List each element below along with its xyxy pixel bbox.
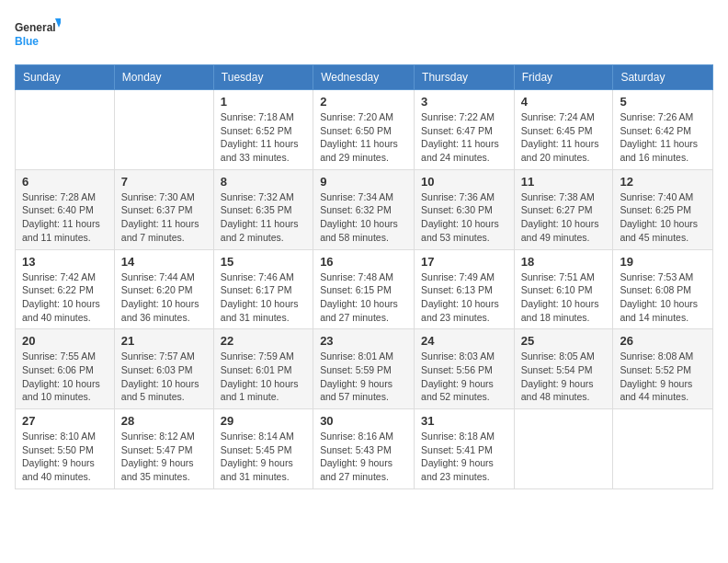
calendar-cell: 23Sunrise: 8:01 AM Sunset: 5:59 PM Dayli… xyxy=(313,329,415,409)
day-number: 11 xyxy=(521,175,607,189)
calendar-cell: 28Sunrise: 8:12 AM Sunset: 5:47 PM Dayli… xyxy=(114,409,213,489)
day-info: Sunrise: 8:03 AM Sunset: 5:56 PM Dayligh… xyxy=(421,350,507,404)
calendar-cell: 16Sunrise: 7:48 AM Sunset: 6:15 PM Dayli… xyxy=(313,249,415,329)
day-info: Sunrise: 7:20 AM Sunset: 6:50 PM Dayligh… xyxy=(320,110,407,165)
day-number: 22 xyxy=(221,334,306,348)
day-number: 2 xyxy=(320,95,407,109)
calendar-cell: 10Sunrise: 7:36 AM Sunset: 6:30 PM Dayli… xyxy=(415,169,515,249)
calendar-cell: 11Sunrise: 7:38 AM Sunset: 6:27 PM Dayli… xyxy=(514,169,613,249)
calendar-week-row: 13Sunrise: 7:42 AM Sunset: 6:22 PM Dayli… xyxy=(16,249,713,329)
day-number: 21 xyxy=(121,334,207,348)
day-info: Sunrise: 7:24 AM Sunset: 6:45 PM Dayligh… xyxy=(521,110,607,165)
day-number: 23 xyxy=(320,334,407,348)
weekday-header: Thursday xyxy=(415,65,515,90)
day-number: 9 xyxy=(320,175,407,189)
weekday-header: Tuesday xyxy=(213,65,313,90)
day-info: Sunrise: 7:55 AM Sunset: 6:06 PM Dayligh… xyxy=(22,350,108,404)
day-number: 26 xyxy=(620,334,706,348)
calendar-cell: 9Sunrise: 7:34 AM Sunset: 6:32 PM Daylig… xyxy=(313,169,415,249)
calendar-week-row: 27Sunrise: 8:10 AM Sunset: 5:50 PM Dayli… xyxy=(16,409,713,489)
day-info: Sunrise: 7:48 AM Sunset: 6:15 PM Dayligh… xyxy=(320,270,407,325)
day-info: Sunrise: 8:05 AM Sunset: 5:54 PM Dayligh… xyxy=(521,350,607,404)
weekday-header: Monday xyxy=(114,65,213,90)
calendar-cell: 6Sunrise: 7:28 AM Sunset: 6:40 PM Daylig… xyxy=(16,169,115,249)
day-number: 25 xyxy=(521,334,607,348)
day-number: 29 xyxy=(221,414,306,428)
day-number: 16 xyxy=(320,255,407,269)
day-info: Sunrise: 7:40 AM Sunset: 6:25 PM Dayligh… xyxy=(620,190,706,245)
day-number: 4 xyxy=(521,95,607,109)
calendar-cell: 27Sunrise: 8:10 AM Sunset: 5:50 PM Dayli… xyxy=(16,409,115,489)
calendar-cell: 20Sunrise: 7:55 AM Sunset: 6:06 PM Dayli… xyxy=(16,329,115,409)
day-number: 7 xyxy=(121,175,207,189)
day-number: 12 xyxy=(620,175,706,189)
calendar-cell xyxy=(613,409,713,489)
calendar-cell: 14Sunrise: 7:44 AM Sunset: 6:20 PM Dayli… xyxy=(114,249,213,329)
calendar-cell: 13Sunrise: 7:42 AM Sunset: 6:22 PM Dayli… xyxy=(16,249,115,329)
calendar-cell: 31Sunrise: 8:18 AM Sunset: 5:41 PM Dayli… xyxy=(415,409,515,489)
calendar-cell: 26Sunrise: 8:08 AM Sunset: 5:52 PM Dayli… xyxy=(613,329,713,409)
calendar-cell: 19Sunrise: 7:53 AM Sunset: 6:08 PM Dayli… xyxy=(613,249,713,329)
day-info: Sunrise: 7:49 AM Sunset: 6:13 PM Dayligh… xyxy=(421,270,507,325)
day-info: Sunrise: 7:46 AM Sunset: 6:17 PM Dayligh… xyxy=(221,270,306,325)
day-info: Sunrise: 8:12 AM Sunset: 5:47 PM Dayligh… xyxy=(121,430,207,484)
day-info: Sunrise: 7:57 AM Sunset: 6:03 PM Dayligh… xyxy=(121,350,207,404)
day-number: 3 xyxy=(421,95,507,109)
day-info: Sunrise: 7:22 AM Sunset: 6:47 PM Dayligh… xyxy=(421,110,507,165)
day-number: 19 xyxy=(620,255,706,269)
calendar-cell: 7Sunrise: 7:30 AM Sunset: 6:37 PM Daylig… xyxy=(114,169,213,249)
day-info: Sunrise: 7:26 AM Sunset: 6:42 PM Dayligh… xyxy=(620,110,706,165)
day-info: Sunrise: 7:53 AM Sunset: 6:08 PM Dayligh… xyxy=(620,270,706,325)
calendar-cell xyxy=(514,409,613,489)
day-info: Sunrise: 7:36 AM Sunset: 6:30 PM Dayligh… xyxy=(421,190,507,245)
day-info: Sunrise: 7:30 AM Sunset: 6:37 PM Dayligh… xyxy=(121,190,207,245)
day-info: Sunrise: 8:14 AM Sunset: 5:45 PM Dayligh… xyxy=(221,430,306,484)
logo: General Blue xyxy=(15,15,61,53)
calendar-cell: 4Sunrise: 7:24 AM Sunset: 6:45 PM Daylig… xyxy=(514,90,613,170)
calendar-cell: 15Sunrise: 7:46 AM Sunset: 6:17 PM Dayli… xyxy=(213,249,313,329)
day-info: Sunrise: 8:10 AM Sunset: 5:50 PM Dayligh… xyxy=(22,430,108,484)
calendar-cell: 22Sunrise: 7:59 AM Sunset: 6:01 PM Dayli… xyxy=(213,329,313,409)
day-number: 27 xyxy=(22,414,108,428)
day-number: 31 xyxy=(421,414,507,428)
day-number: 13 xyxy=(22,255,108,269)
day-info: Sunrise: 7:18 AM Sunset: 6:52 PM Dayligh… xyxy=(221,110,306,165)
day-info: Sunrise: 8:08 AM Sunset: 5:52 PM Dayligh… xyxy=(620,350,706,404)
calendar-cell: 5Sunrise: 7:26 AM Sunset: 6:42 PM Daylig… xyxy=(613,90,713,170)
svg-text:Blue: Blue xyxy=(15,35,39,48)
calendar-cell: 29Sunrise: 8:14 AM Sunset: 5:45 PM Dayli… xyxy=(213,409,313,489)
calendar-cell: 8Sunrise: 7:32 AM Sunset: 6:35 PM Daylig… xyxy=(213,169,313,249)
day-number: 6 xyxy=(22,175,108,189)
day-info: Sunrise: 7:44 AM Sunset: 6:20 PM Dayligh… xyxy=(121,270,207,325)
calendar-cell: 25Sunrise: 8:05 AM Sunset: 5:54 PM Dayli… xyxy=(514,329,613,409)
calendar-week-row: 1Sunrise: 7:18 AM Sunset: 6:52 PM Daylig… xyxy=(16,90,713,170)
day-number: 20 xyxy=(22,334,108,348)
day-number: 8 xyxy=(221,175,306,189)
calendar-cell: 1Sunrise: 7:18 AM Sunset: 6:52 PM Daylig… xyxy=(213,90,313,170)
day-info: Sunrise: 8:18 AM Sunset: 5:41 PM Dayligh… xyxy=(421,430,507,484)
weekday-header: Friday xyxy=(514,65,613,90)
calendar-week-row: 20Sunrise: 7:55 AM Sunset: 6:06 PM Dayli… xyxy=(16,329,713,409)
calendar-cell: 2Sunrise: 7:20 AM Sunset: 6:50 PM Daylig… xyxy=(313,90,415,170)
day-number: 14 xyxy=(121,255,207,269)
day-info: Sunrise: 7:28 AM Sunset: 6:40 PM Dayligh… xyxy=(22,190,108,245)
day-number: 10 xyxy=(421,175,507,189)
day-number: 5 xyxy=(620,95,706,109)
calendar-cell: 17Sunrise: 7:49 AM Sunset: 6:13 PM Dayli… xyxy=(415,249,515,329)
day-info: Sunrise: 7:51 AM Sunset: 6:10 PM Dayligh… xyxy=(521,270,607,325)
day-number: 18 xyxy=(521,255,607,269)
weekday-header: Saturday xyxy=(613,65,713,90)
day-number: 28 xyxy=(121,414,207,428)
calendar-cell: 12Sunrise: 7:40 AM Sunset: 6:25 PM Dayli… xyxy=(613,169,713,249)
page-header: General Blue xyxy=(15,15,713,53)
day-info: Sunrise: 7:59 AM Sunset: 6:01 PM Dayligh… xyxy=(221,350,306,404)
day-info: Sunrise: 8:16 AM Sunset: 5:43 PM Dayligh… xyxy=(320,430,407,484)
day-number: 15 xyxy=(221,255,306,269)
day-info: Sunrise: 8:01 AM Sunset: 5:59 PM Dayligh… xyxy=(320,350,407,404)
calendar-cell: 3Sunrise: 7:22 AM Sunset: 6:47 PM Daylig… xyxy=(415,90,515,170)
weekday-header: Sunday xyxy=(16,65,115,90)
weekday-header-row: SundayMondayTuesdayWednesdayThursdayFrid… xyxy=(16,65,713,90)
day-info: Sunrise: 7:38 AM Sunset: 6:27 PM Dayligh… xyxy=(521,190,607,245)
svg-text:General: General xyxy=(15,21,56,34)
day-number: 17 xyxy=(421,255,507,269)
